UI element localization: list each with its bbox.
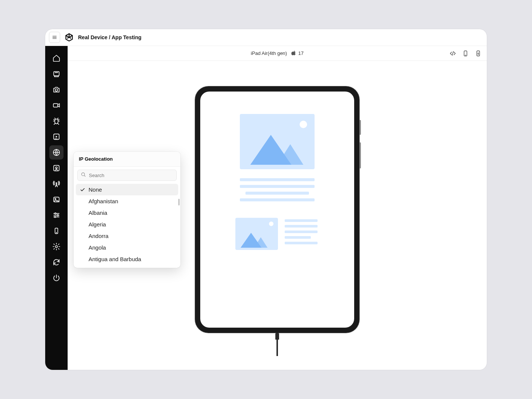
placeholder-text-line (285, 219, 318, 222)
geo-item-antigua-and-barbuda[interactable]: Antigua and Barbuda (76, 253, 178, 265)
geo-item-label: Algeria (89, 221, 106, 228)
search-icon (81, 172, 86, 179)
svg-marker-8 (56, 136, 58, 138)
placeholder-card-large (214, 114, 340, 201)
geo-item-angola[interactable]: Angola (76, 242, 178, 253)
svg-point-4 (55, 89, 58, 91)
geo-item-label: Antigua and Barbuda (89, 256, 141, 262)
scrollbar[interactable] (178, 199, 180, 205)
placeholder-text-line (245, 192, 309, 195)
geo-item-none[interactable]: None (76, 184, 178, 195)
settings-icon[interactable] (49, 239, 64, 254)
power-icon[interactable] (49, 271, 64, 285)
topbar: Real Device / App Testing (45, 29, 487, 46)
camera-icon[interactable] (49, 83, 64, 97)
svg-point-11 (56, 167, 58, 169)
placeholder-text-line (240, 198, 315, 201)
placeholder-card-small (214, 218, 340, 250)
ipad-frame (195, 86, 359, 333)
sidebar (45, 46, 68, 370)
device-charge-icon[interactable] (474, 49, 482, 58)
svg-point-26 (466, 55, 466, 55)
geo-item-afghanistan[interactable]: Afghanistan (76, 195, 178, 207)
device-outline-icon[interactable] (461, 49, 470, 58)
svg-line-29 (84, 176, 86, 177)
svg-rect-3 (54, 72, 59, 76)
geo-item-label: Angola (89, 244, 106, 251)
placeholder-text-line (240, 185, 315, 188)
svg-point-12 (56, 183, 57, 184)
geo-item-andorra[interactable]: Andorra (76, 230, 178, 242)
geo-item-algeria[interactable]: Algeria (76, 219, 178, 230)
geo-item-albania[interactable]: Albania (76, 207, 178, 219)
apple-icon (291, 50, 296, 57)
svg-point-18 (55, 213, 56, 214)
video-icon[interactable] (49, 98, 64, 112)
geo-country-list: None Afghanistan Albania Algeria Andorra… (74, 182, 180, 265)
bug-icon[interactable] (49, 114, 64, 128)
image-icon[interactable] (49, 192, 64, 207)
ipad-screen[interactable] (200, 92, 354, 328)
geo-search-input-wrapper[interactable] (77, 170, 177, 181)
refresh-icon[interactable] (49, 255, 64, 269)
ip-geolocation-title: IP Geolocation (74, 152, 180, 167)
sliders-icon[interactable] (49, 208, 64, 222)
breadcrumb: Real Device / App Testing (78, 34, 142, 40)
devtools-icon[interactable] (49, 130, 64, 144)
placeholder-text-line (285, 236, 311, 239)
device-name: iPad Air(4th gen) (251, 50, 287, 56)
os-version: 17 (298, 50, 303, 56)
svg-rect-5 (53, 103, 58, 107)
svg-rect-10 (54, 166, 59, 171)
svg-point-23 (55, 245, 58, 248)
ip-geolocation-popup: IP Geolocation None Afghanistan (74, 152, 180, 268)
svg-point-14 (55, 198, 56, 200)
usb-cable-icon (275, 333, 280, 356)
code-icon[interactable] (449, 49, 457, 58)
placeholder-text-line (285, 242, 318, 244)
placeholder-text-line (285, 231, 318, 233)
device-rotate-icon[interactable] (49, 224, 64, 238)
geo-item-label: Andorra (89, 233, 108, 239)
logo-icon (64, 32, 74, 43)
app-icon[interactable] (49, 67, 64, 81)
svg-point-6 (55, 119, 58, 124)
hamburger-menu-button[interactable] (49, 32, 60, 43)
location-pin-icon[interactable] (49, 161, 64, 175)
device-info-bar: iPad Air(4th gen) 17 (68, 46, 487, 61)
placeholder-text-line (285, 225, 318, 228)
check-icon (80, 187, 86, 192)
network-tower-icon[interactable] (49, 177, 64, 191)
geo-item-label: None (89, 186, 102, 193)
app-window: Real Device / App Testing (45, 29, 487, 370)
svg-point-20 (55, 216, 56, 218)
geo-item-label: Afghanistan (89, 198, 118, 204)
svg-point-22 (56, 232, 56, 233)
geo-item-label: Albania (89, 210, 107, 216)
geo-search-input[interactable] (89, 173, 173, 178)
home-icon[interactable] (49, 51, 64, 65)
placeholder-image-icon (235, 218, 278, 250)
svg-line-24 (452, 51, 454, 55)
svg-point-19 (57, 214, 59, 216)
placeholder-image-icon (240, 114, 315, 169)
os-badge: 17 (291, 50, 303, 57)
placeholder-text-line (240, 178, 315, 181)
globe-icon[interactable] (49, 145, 64, 160)
